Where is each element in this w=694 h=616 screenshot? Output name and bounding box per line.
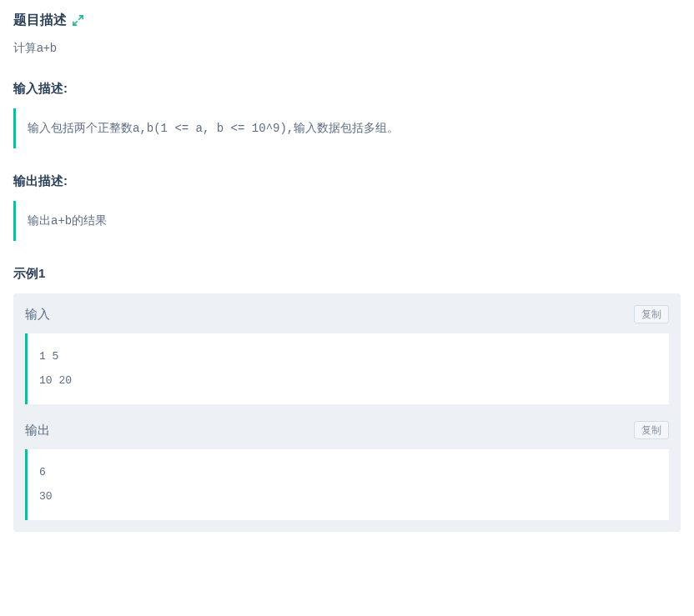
example-input-label: 输入 <box>25 307 50 323</box>
example-output-header: 输出 复制 <box>25 421 669 439</box>
problem-description: 计算a+b <box>13 41 681 56</box>
example-input-code: 1 5 10 20 <box>25 333 669 404</box>
input-title: 输入描述: <box>13 81 681 97</box>
copy-input-button[interactable]: 复制 <box>634 305 669 323</box>
example-title: 示例1 <box>13 266 681 282</box>
copy-output-button[interactable]: 复制 <box>634 421 669 439</box>
output-title: 输出描述: <box>13 173 681 189</box>
input-description: 输入包括两个正整数a,b(1 <= a, b <= 10^9),输入数据包括多组… <box>13 108 681 148</box>
output-description: 输出a+b的结果 <box>13 201 681 241</box>
expand-icon[interactable] <box>72 14 84 27</box>
example-output-code: 6 30 <box>25 449 669 520</box>
example-container: 输入 复制 1 5 10 20 输出 复制 6 30 <box>13 293 681 532</box>
problem-title: 题目描述 <box>13 12 67 29</box>
example-output-label: 输出 <box>25 423 50 438</box>
example-input-header: 输入 复制 <box>25 305 669 323</box>
problem-title-row: 题目描述 <box>13 12 681 29</box>
